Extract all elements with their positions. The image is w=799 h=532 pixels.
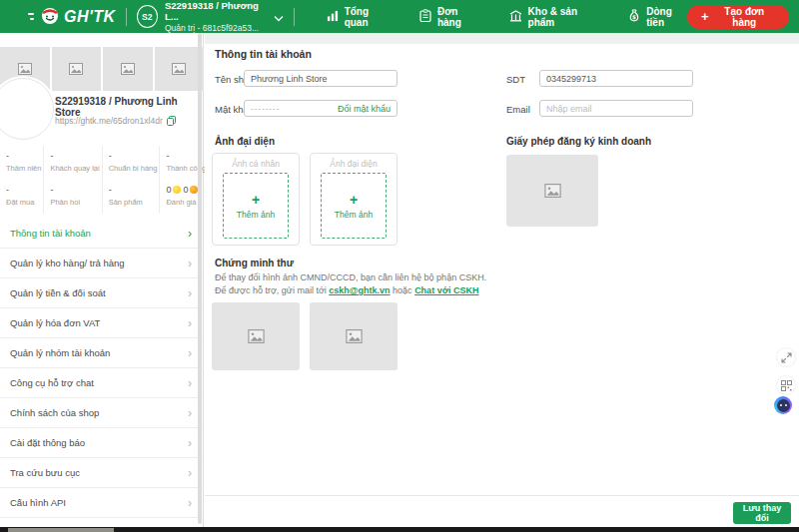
- email-label: Email: [506, 104, 530, 115]
- chevron-right-icon: ›: [188, 228, 192, 240]
- license-section-title: Giấy phép đăng ký kinh doanh: [506, 136, 651, 147]
- password-masked-value: --------: [251, 104, 280, 113]
- banner-tile: [52, 47, 102, 91]
- shop-selector-text: S22919318 / Phương L... Quản trị - 681c5…: [165, 0, 267, 33]
- sidebar-scrollbar[interactable]: [198, 33, 202, 524]
- sidebar-item-account-info[interactable]: Thông tin tài khoản›: [0, 219, 204, 249]
- page-title: Thông tin tài khoản: [215, 48, 312, 60]
- smiley-mascot-icon: [40, 5, 60, 29]
- chevron-right-icon: ›: [188, 347, 192, 359]
- password-field[interactable]: -------- Đổi mật khẩu: [244, 100, 398, 117]
- stat-feedback: - Phản hồi: [43, 180, 101, 214]
- add-avatar-photo-button[interactable]: + Thêm ảnh: [321, 173, 387, 239]
- sidebar-item-shop-policy[interactable]: Chính sách của shop›: [0, 398, 204, 428]
- image-placeholder-icon: [18, 63, 32, 75]
- sidebar-item-warehouse-returns[interactable]: Quản lý kho hàng/ trả hàng›: [0, 249, 204, 278]
- nav-warehouse-products-label: Kho & sản phẩm: [528, 6, 599, 28]
- stat-purchases: - Đặt mua: [0, 180, 43, 214]
- upload-card-avatar-photo: Ảnh đại diện + Thêm ảnh: [310, 153, 398, 246]
- bottom-taskbar-strip: [0, 527, 799, 532]
- copy-icon[interactable]: [167, 112, 176, 130]
- main-nav: Tổng quan Đơn hàng Kho & sản phẩm $ Dòng…: [327, 6, 687, 28]
- nav-orders-label: Đơn hàng: [437, 6, 479, 28]
- nav-orders[interactable]: Đơn hàng: [419, 6, 479, 28]
- clipboard-icon: [419, 9, 431, 24]
- logo-text: GH'TK: [64, 8, 116, 26]
- id-section-note-line1: Để thay đổi hình ảnh CMND/CCCD, bạn cần …: [215, 271, 486, 284]
- add-personal-photo-button[interactable]: + Thêm ảnh: [223, 173, 289, 239]
- upload-card-label: Ảnh đại diện: [311, 159, 397, 169]
- id-front-image-placeholder: [212, 302, 300, 370]
- money-bag-icon: $: [628, 9, 640, 24]
- shop-avatar: [0, 78, 54, 140]
- image-placeholder-icon: [172, 63, 186, 75]
- ghtk-logo[interactable]: GH'TK: [28, 5, 116, 29]
- chat-cskh-link[interactable]: Chat với CSKH: [414, 285, 478, 295]
- sidebar-item-api-config[interactable]: Cấu hình API›: [0, 488, 204, 518]
- logo-motion-dashes-icon: [28, 13, 34, 20]
- shop-url-row: https://ghtk.me/65dron1xl4dr: [55, 112, 176, 130]
- email-input[interactable]: [539, 100, 693, 117]
- create-order-button[interactable]: + Tạo đơn hàng: [687, 5, 789, 29]
- chatbot-assistant-button[interactable]: [774, 396, 792, 414]
- shop-stats: - Thâm niên - Khách quay lại - Chuẩn bị …: [0, 146, 204, 214]
- chevron-right-icon: ›: [188, 467, 192, 479]
- plus-icon: +: [350, 193, 358, 207]
- banner-tile: [155, 47, 205, 91]
- chevron-right-icon: ›: [188, 377, 192, 389]
- stat-products: - Sản phẩm: [102, 180, 160, 214]
- shop-selector[interactable]: S2 S22919318 / Phương L... Quản trị - 68…: [137, 0, 284, 33]
- id-back-image-placeholder: [310, 302, 398, 370]
- sidebar-item-money-reconciliation[interactable]: Quản lý tiền & đối soát›: [0, 278, 204, 308]
- sidebar-item-chat-tools[interactable]: Công cụ hỗ trợ chat›: [0, 368, 204, 398]
- qr-code-icon: [781, 380, 792, 391]
- avatar-section-title: Ảnh đại diện: [215, 136, 275, 147]
- change-password-link[interactable]: Đổi mật khẩu: [338, 104, 391, 114]
- rating-bad-count: 0: [183, 185, 188, 195]
- chevron-right-icon: ›: [188, 317, 192, 329]
- nav-cashflow[interactable]: $ Dòng tiền: [628, 6, 687, 28]
- save-button[interactable]: Lưu thay đổi: [733, 502, 791, 524]
- top-navbar: GH'TK S2 S22919318 / Phương L... Quản tr…: [0, 0, 799, 33]
- shop-selector-name: S22919318 / Phương L...: [165, 0, 267, 23]
- rating-good-count: 0: [166, 185, 171, 195]
- sidebar-item-notification-settings[interactable]: Cài đặt thông báo›: [0, 428, 204, 458]
- shop-name-input[interactable]: [244, 70, 398, 87]
- header-divider: [126, 8, 127, 26]
- id-section-title: Chứng minh thư: [215, 258, 294, 268]
- main-content: Thông tin tài khoản Tên shop SDT Mật khẩ…: [205, 33, 799, 527]
- bottom-strip-segment: [8, 528, 114, 532]
- sidebar-item-vat-invoice[interactable]: Quản lý hóa đơn VAT›: [0, 308, 204, 338]
- sidebar-item-account-groups[interactable]: Quản lý nhóm tài khoản›: [0, 338, 204, 368]
- chevron-right-icon: ›: [188, 497, 192, 509]
- plus-icon: +: [701, 10, 709, 23]
- nav-cashflow-label: Dòng tiền: [646, 6, 687, 28]
- chevron-right-icon: ›: [188, 437, 192, 449]
- qr-code-tool-button[interactable]: [777, 376, 795, 394]
- header-divider: [294, 8, 295, 26]
- nav-warehouse-products[interactable]: Kho & sản phẩm: [509, 6, 599, 28]
- phone-input[interactable]: [539, 70, 693, 87]
- image-placeholder-icon: [544, 184, 561, 198]
- image-placeholder-icon: [121, 63, 135, 75]
- chevron-right-icon: ›: [188, 287, 192, 299]
- chatbot-avatar-icon: [777, 399, 790, 412]
- nav-overview[interactable]: Tổng quan: [327, 6, 390, 28]
- shop-badge: S2: [137, 5, 158, 28]
- shop-selector-role: Quản trị - 681c5f92a53...: [165, 23, 267, 33]
- warehouse-icon: [509, 10, 522, 24]
- image-placeholder-icon: [69, 63, 83, 75]
- stat-seniority: - Thâm niên: [0, 146, 43, 180]
- upload-card-personal-photo: Ảnh cá nhân + Thêm ảnh: [212, 153, 300, 246]
- chevron-right-icon: ›: [188, 407, 192, 419]
- expand-tool-button[interactable]: [777, 348, 795, 366]
- image-placeholder-icon: [248, 329, 265, 343]
- shop-url-link[interactable]: https://ghtk.me/65dron1xl4dr: [55, 116, 163, 126]
- svg-text:$: $: [632, 14, 636, 20]
- bar-chart-icon: [327, 10, 339, 24]
- sidebar-item-post-office-lookup[interactable]: Tra cứu bưu cục›: [0, 458, 204, 488]
- cskh-email-link[interactable]: cskh@ghtk.vn: [329, 285, 390, 295]
- add-photo-label: Thêm ảnh: [335, 210, 373, 220]
- upload-card-label: Ảnh cá nhân: [213, 159, 299, 169]
- chevron-right-icon: ›: [188, 258, 192, 269]
